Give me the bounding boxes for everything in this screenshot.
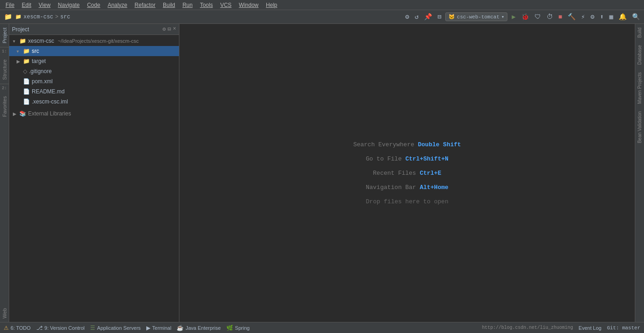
status-spring-label: Spring <box>235 325 250 331</box>
status-app-servers[interactable]: ☰ Application Servers <box>90 325 141 331</box>
tab-bean-validation[interactable]: Bean Validation <box>636 108 644 147</box>
tab-structure[interactable]: Structure <box>0 56 9 84</box>
shortcut-navbar-label: Navigation Bar <box>366 184 416 191</box>
stop-button[interactable]: ■ <box>557 12 564 22</box>
shortcut-search-key[interactable]: Double Shift <box>418 141 461 148</box>
toolbar-project-icon[interactable]: 📁 <box>3 12 13 22</box>
breadcrumb-folder[interactable]: src <box>60 14 70 20</box>
status-bar: ⚠ 6: TODO ⎇ 9: Version Control ☰ Applica… <box>0 322 644 333</box>
toolbar-right: ⚙ ↺ 📌 ⊟ 🐱 csc-web-tomcat ▾ ▶ 🐞 🛡 ⏱ ■ 🔨 ⚡… <box>404 12 641 22</box>
coverage-button[interactable]: 🛡 <box>533 12 542 22</box>
status-vcs-label: 9: Version Control <box>45 325 85 331</box>
tree-root[interactable]: ▾ 📁 xescm-csc ~/IdeaProjects/xescm-git/x… <box>9 36 179 46</box>
project-panel: Project ⚙ ⊟ × ▾ 📁 xescm-csc ~/IdeaProjec… <box>9 24 179 322</box>
menu-file[interactable]: File <box>2 1 18 9</box>
event-log-label: Event Log <box>579 325 602 331</box>
tab-web[interactable]: Web <box>0 304 9 322</box>
header-layout-icon[interactable]: ⊟ <box>168 26 171 33</box>
run-configuration[interactable]: 🐱 csc-web-tomcat ▾ <box>445 12 507 21</box>
menu-edit[interactable]: Edit <box>18 1 35 9</box>
status-java-enterprise[interactable]: ☕ Java Enterprise <box>177 325 220 331</box>
status-git: Git: master <box>607 325 640 331</box>
tab-project[interactable]: Project <box>0 24 9 47</box>
menu-help[interactable]: Help <box>262 1 281 9</box>
status-todo[interactable]: ⚠ 6: TODO <box>4 325 31 331</box>
layout-icon[interactable]: ▦ <box>608 12 615 22</box>
tab-database[interactable]: Database <box>636 41 644 69</box>
power-button[interactable]: ⚡ <box>580 12 586 22</box>
tree-iml-name: .xescm-csc.iml <box>32 98 68 105</box>
menu-navigate[interactable]: Navigate <box>54 1 83 9</box>
tree-src-name: src <box>32 48 39 54</box>
profile-button[interactable]: ⏱ <box>545 12 554 22</box>
app-servers-icon: ☰ <box>90 325 95 331</box>
tree-target[interactable]: ▶ 📁 target <box>9 56 179 66</box>
tree-gitignore[interactable]: ▶ ◇ .gitignore <box>9 66 179 76</box>
menu-vcs[interactable]: VCS <box>217 1 236 9</box>
run-config-label: csc-web-tomcat <box>457 14 499 20</box>
status-event-log[interactable]: Event Log <box>579 325 602 331</box>
status-spring[interactable]: 🌿 Spring <box>226 325 250 331</box>
tree-ext-libs[interactable]: ▶ 📚 External Libraries <box>9 109 179 119</box>
todo-icon: ⚠ <box>4 325 9 331</box>
status-todo-label: 6: TODO <box>11 325 31 331</box>
status-vcs[interactable]: ⎇ 9: Version Control <box>36 325 85 331</box>
toolbar-pin-icon[interactable]: 📌 <box>423 12 433 22</box>
debug-button[interactable]: 🐞 <box>520 12 530 22</box>
search-icon[interactable]: 🔍 <box>631 12 641 22</box>
menu-window[interactable]: Window <box>235 1 262 9</box>
shortcut-navbar-key[interactable]: Alt+Home <box>420 184 448 191</box>
settings2-icon[interactable]: ⚙ <box>589 12 596 22</box>
toolbar-sync-icon[interactable]: ↺ <box>413 12 420 22</box>
arrow-icon: ▶ <box>17 59 21 64</box>
main-area: Project 1: Structure 2: Favorites Web Pr… <box>0 24 644 322</box>
shortcut-search-label: Search Everywhere <box>353 141 414 148</box>
build-button[interactable]: 🔨 <box>566 12 577 22</box>
run-config-dropdown-icon: ▾ <box>501 14 505 20</box>
menu-run[interactable]: Run <box>179 1 196 9</box>
tree-pom[interactable]: ▶ 📄 pom.xml <box>9 76 179 86</box>
shortcut-recent-key[interactable]: Ctrl+E <box>420 170 441 177</box>
left-tabs: Project 1: Structure 2: Favorites Web <box>0 24 9 322</box>
java-enterprise-icon: ☕ <box>177 325 184 331</box>
tab-maven[interactable]: Maven Projects <box>636 69 644 108</box>
run-config-icon: 🐱 <box>448 14 455 20</box>
spring-icon: 🌿 <box>226 325 233 331</box>
toolbar: 📁 📁 xescm-csc > src ⚙ ↺ 📌 ⊟ 🐱 csc-web-to… <box>0 10 644 24</box>
menu-build[interactable]: Build <box>159 1 179 9</box>
menu-analyze[interactable]: Analyze <box>104 1 131 9</box>
md-icon: 📄 <box>23 88 30 95</box>
tree-readme[interactable]: ▶ 📄 README.md <box>9 86 179 97</box>
shortcut-recent-label: Recent Files <box>373 170 416 177</box>
header-close-icon[interactable]: × <box>173 26 176 33</box>
breadcrumb-project[interactable]: xescm-csc <box>23 14 53 20</box>
status-terminal[interactable]: ▶ Terminal <box>146 325 172 331</box>
tab-favorites[interactable]: Favorites <box>0 92 9 121</box>
ext-libs-icon: 📚 <box>19 110 26 117</box>
status-app-servers-label: Application Servers <box>97 325 141 331</box>
tree-src[interactable]: ▾ 📁 src <box>9 46 179 56</box>
tab-build[interactable]: Build <box>636 24 644 41</box>
tab-favorites-number: 2: <box>0 84 8 92</box>
header-settings-icon[interactable]: ⚙ <box>162 26 166 33</box>
run-button[interactable]: ▶ <box>510 12 517 22</box>
terminal-icon: ▶ <box>146 325 150 331</box>
shortcut-goto-key[interactable]: Ctrl+Shift+N <box>405 155 448 162</box>
toolbar-collapse-icon[interactable]: ⊟ <box>436 12 443 22</box>
tree-ext-libs-name: External Libraries <box>28 110 71 117</box>
notification-icon[interactable]: 🔔 <box>617 12 628 22</box>
breadcrumb-sep: > <box>55 14 58 20</box>
menu-view[interactable]: View <box>35 1 54 9</box>
menu-tools[interactable]: Tools <box>196 1 217 9</box>
menu-bar: File Edit View Navigate Code Analyze Ref… <box>0 0 644 10</box>
menu-refactor[interactable]: Refactor <box>131 1 159 9</box>
tree-iml[interactable]: ▶ 📄 .xescm-csc.iml <box>9 97 179 107</box>
tree-gitignore-name: .gitignore <box>29 68 52 75</box>
iml-icon: 📄 <box>23 98 30 105</box>
shortcut-recent: Recent Files Ctrl+E <box>373 170 441 177</box>
toolbar-settings-icon[interactable]: ⚙ <box>404 12 410 22</box>
src-folder-icon: 📁 <box>23 48 30 54</box>
shortcut-search: Search Everywhere Double Shift <box>353 141 461 148</box>
menu-code[interactable]: Code <box>83 1 104 9</box>
vcs-icon[interactable]: ⬆ <box>598 12 605 22</box>
